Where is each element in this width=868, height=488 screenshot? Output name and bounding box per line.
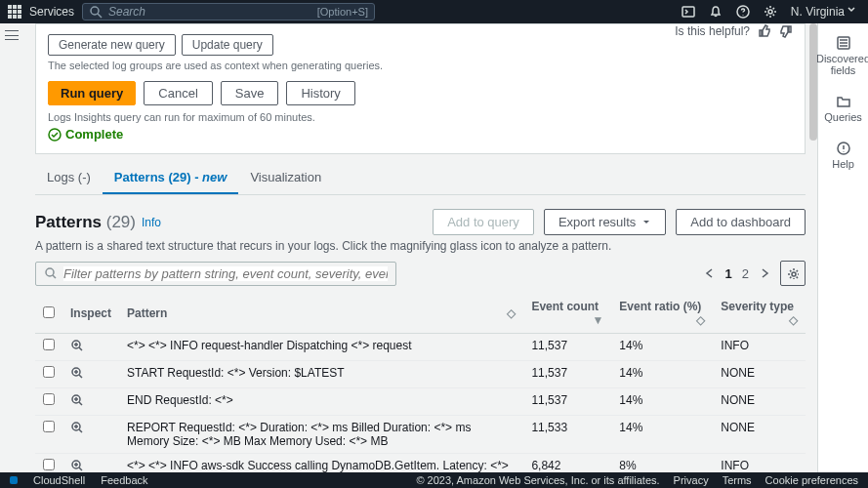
- page-next-icon[interactable]: [759, 267, 770, 279]
- patterns-info-link[interactable]: Info: [142, 216, 161, 229]
- svg-point-9: [792, 272, 796, 276]
- pattern-cell: END RequestId: <*>: [119, 388, 523, 416]
- cloudshell-indicator-icon: [10, 476, 18, 484]
- generate-query-button[interactable]: Generate new query: [48, 34, 176, 56]
- row-checkbox[interactable]: [43, 393, 55, 405]
- global-search[interactable]: Search [Option+S]: [82, 3, 375, 20]
- svg-line-15: [79, 375, 82, 378]
- cloudshell-link[interactable]: CloudShell: [33, 474, 85, 486]
- row-checkbox[interactable]: [43, 339, 55, 350]
- add-to-dashboard-button[interactable]: Add to dashboard: [676, 209, 806, 235]
- magnify-plus-icon: [70, 459, 84, 472]
- inspect-button[interactable]: [70, 342, 84, 355]
- sidebar-help[interactable]: Help: [832, 141, 854, 170]
- count-cell: 11,533: [523, 416, 611, 454]
- magnify-plus-icon: [70, 393, 84, 407]
- pattern-filter-input[interactable]: [63, 266, 388, 281]
- page-2[interactable]: 2: [742, 266, 749, 281]
- magnify-plus-icon: [70, 421, 84, 434]
- table-row: <*> <*> INFO aws-sdk Success calling Dyn…: [35, 454, 806, 473]
- region-selector[interactable]: N. Virginia: [791, 5, 860, 19]
- col-pattern[interactable]: Pattern◇: [119, 294, 523, 334]
- patterns-title: Patterns (29): [35, 213, 136, 232]
- ratio-cell: 14%: [611, 416, 713, 454]
- magnify-plus-icon: [70, 366, 84, 380]
- magnify-plus-icon: [70, 339, 84, 352]
- severity-cell: INFO: [713, 454, 806, 473]
- row-checkbox[interactable]: [43, 421, 55, 432]
- gear-icon[interactable]: [764, 5, 777, 19]
- table-settings-button[interactable]: [780, 261, 806, 286]
- pattern-cell: <*> <*> INFO aws-sdk Success calling Dyn…: [119, 454, 523, 473]
- run-query-button[interactable]: Run query: [48, 81, 136, 105]
- tab-patterns-label: Patterns (29) -: [114, 170, 202, 184]
- search-icon: [44, 266, 58, 280]
- thumbs-down-icon[interactable]: [779, 24, 793, 38]
- tab-patterns[interactable]: Patterns (29) - new: [103, 162, 239, 194]
- caret-down-icon: [641, 218, 651, 227]
- inspect-button[interactable]: [70, 462, 84, 472]
- bell-icon[interactable]: [709, 5, 723, 19]
- ratio-cell: 14%: [611, 361, 713, 388]
- table-row: START RequestId: <*> Version: $LATEST11,…: [35, 361, 806, 388]
- pattern-filter[interactable]: [35, 262, 396, 286]
- search-shortcut: [Option+S]: [317, 6, 368, 18]
- tab-logs[interactable]: Logs (-): [35, 162, 103, 194]
- cancel-button[interactable]: Cancel: [144, 81, 212, 105]
- helpful-prompt: Is this helpful?: [675, 24, 793, 38]
- update-query-button[interactable]: Update query: [182, 34, 273, 56]
- inspect-button[interactable]: [70, 369, 84, 383]
- scrollbar[interactable]: [809, 23, 817, 141]
- cookies-link[interactable]: Cookie preferences: [765, 474, 858, 486]
- footer-bar: CloudShell Feedback © 2023, Amazon Web S…: [0, 472, 868, 488]
- sidebar-item-label: Queries: [824, 111, 862, 123]
- gear-icon: [787, 267, 799, 279]
- svg-line-1: [98, 14, 102, 18]
- severity-cell: NONE: [713, 416, 806, 454]
- add-to-query-button[interactable]: Add to query: [433, 209, 534, 235]
- sidebar-queries[interactable]: Queries: [824, 94, 862, 123]
- tab-visualization[interactable]: Visualization: [238, 162, 333, 194]
- severity-cell: NONE: [713, 388, 806, 416]
- check-circle-icon: [48, 128, 62, 142]
- sidebar-discovered-fields[interactable]: Discovered fields: [816, 35, 868, 76]
- chevron-down-icon: [847, 5, 860, 19]
- page-prev-icon[interactable]: [704, 267, 716, 279]
- pattern-cell: START RequestId: <*> Version: $LATEST: [119, 361, 523, 388]
- ratio-cell: 14%: [611, 334, 713, 361]
- services-link[interactable]: Services: [29, 5, 74, 19]
- col-severity[interactable]: Severity type ◇: [713, 294, 806, 334]
- save-button[interactable]: Save: [221, 81, 279, 105]
- terminal-icon[interactable]: [682, 5, 695, 19]
- row-checkbox[interactable]: [43, 459, 55, 470]
- history-button[interactable]: History: [286, 81, 354, 105]
- row-checkbox[interactable]: [43, 366, 55, 378]
- privacy-link[interactable]: Privacy: [674, 474, 709, 486]
- left-nav-toggle[interactable]: [0, 23, 23, 47]
- select-all-checkbox[interactable]: [43, 306, 55, 318]
- max-runtime-msg: Logs Insights query can run for maximum …: [48, 111, 793, 123]
- page-1[interactable]: 1: [725, 266, 732, 281]
- inspect-button[interactable]: [70, 396, 84, 410]
- svg-line-27: [79, 468, 82, 470]
- export-results-button[interactable]: Export results: [544, 209, 666, 235]
- status-complete: Complete: [65, 127, 123, 142]
- svg-line-11: [79, 347, 82, 350]
- table-row: END RequestId: <*>11,53714%NONE: [35, 388, 806, 416]
- top-nav: Services Search [Option+S] N. Virginia: [0, 0, 868, 23]
- search-icon: [89, 5, 103, 19]
- terms-link[interactable]: Terms: [723, 474, 752, 486]
- col-inspect: Inspect: [62, 294, 119, 334]
- question-icon[interactable]: [736, 5, 750, 19]
- col-event-ratio[interactable]: Event ratio (%) ◇: [611, 294, 713, 334]
- pattern-cell: REPORT RequestId: <*> Duration: <*> ms B…: [119, 416, 523, 454]
- severity-cell: NONE: [713, 361, 806, 388]
- tab-patterns-new: new: [202, 170, 227, 184]
- feedback-link[interactable]: Feedback: [101, 474, 147, 486]
- inspect-button[interactable]: [70, 424, 84, 437]
- search-placeholder: Search: [108, 5, 145, 19]
- thumbs-up-icon[interactable]: [758, 24, 771, 38]
- svg-line-19: [79, 402, 82, 405]
- col-event-count[interactable]: Event count ▼: [523, 294, 611, 334]
- apps-grid-icon[interactable]: [8, 5, 21, 19]
